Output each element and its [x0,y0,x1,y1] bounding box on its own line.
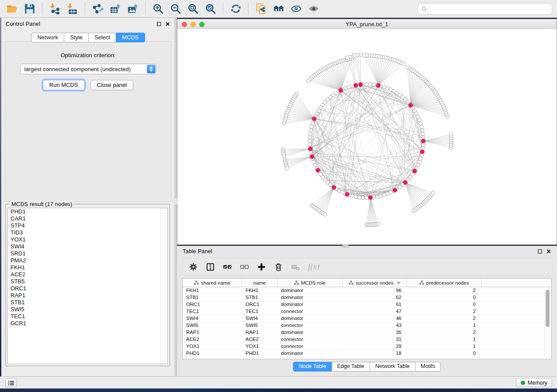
cell-name: SWI4 [242,315,277,322]
table-row[interactable]: SWI5SWI5connector431 [183,322,551,329]
cell-MCDS-role: connector [277,343,343,350]
hierarchy-icon [194,280,199,285]
mcds-result-item[interactable]: PMA2 [8,257,167,264]
task-history-button[interactable] [5,378,17,387]
mcds-result-item[interactable]: CAR1 [8,215,167,222]
cell-successor-nodes: 18 [343,350,407,357]
table-row[interactable]: ORC1ORC1dominator610 [183,301,551,308]
mcds-result-item[interactable]: YOX1 [8,236,167,243]
column-header-predecessor-nodes[interactable]: predecessor nodes [407,279,481,287]
table-scrollbar-thumb[interactable] [546,290,550,327]
mcds-result-item[interactable]: TID3 [8,229,167,236]
columns-icon[interactable] [206,262,215,272]
cell-shared-name: TEC1 [183,308,242,315]
network-graph[interactable] [177,29,557,244]
tab-network[interactable]: Network [31,33,64,42]
column-label: name [253,280,266,285]
column-label: MCDS role [301,280,325,285]
save-icon[interactable] [22,2,38,16]
cell-predecessor-nodes: 1 [407,343,481,350]
import-table-icon[interactable] [65,2,80,16]
zoom-selected-icon[interactable] [203,2,218,16]
control-panel: Control Panel NetworkStyleSelectMCDS Opt… [1,18,175,376]
tab-motifs[interactable]: Motifs [415,362,441,371]
close-panel-button[interactable]: Close panel [90,80,134,90]
mcds-result-item[interactable]: FKH1 [8,264,167,271]
column-header-shared-name[interactable]: shared name [183,279,242,287]
table-row[interactable]: SWI4SWI4dominator462 [183,315,551,322]
search-input[interactable] [430,5,548,13]
toolbar-separator [42,3,43,15]
memory-button[interactable]: Memory [516,378,552,387]
export-table-icon[interactable] [107,2,123,16]
horizontal-splitter-handle[interactable] [343,244,349,248]
export-network-icon[interactable] [90,2,106,16]
mcds-list-scrollbar[interactable] [160,208,167,364]
mcds-result-item[interactable]: TEC1 [8,313,167,320]
tab-node-table[interactable]: Node Table [293,362,332,371]
mcds-result-item[interactable]: SRD1 [8,250,167,257]
run-mcds-button[interactable]: Run MCDS [43,80,85,90]
cell-successor-nodes: 46 [343,315,407,322]
refresh-icon[interactable] [228,2,244,16]
close-table-panel-icon[interactable] [546,249,551,254]
cell-shared-name: STB1 [183,294,242,301]
table-panel-title: Table Panel [183,248,212,254]
cell-shared-name: RAP1 [183,329,242,336]
table-scrollbar[interactable] [544,288,551,358]
mcds-result-item[interactable]: SWI5 [8,306,167,313]
cell-successor-nodes: 47 [343,308,407,315]
table-row[interactable]: YOX1YOX1connector291 [183,343,551,350]
show-all-icon[interactable] [306,2,322,16]
float-panel-icon[interactable] [156,21,162,27]
column-header-MCDS-role[interactable]: MCDS role [277,279,343,287]
cell-MCDS-role: dominator [277,350,343,357]
table-row[interactable]: RAP1RAP1dominator352 [183,329,551,336]
tab-select[interactable]: Select [88,33,116,42]
criterion-dropdown[interactable]: largest connected component (undirected) [20,64,156,74]
tab-style[interactable]: Style [64,33,89,42]
cell-name: ORC1 [242,301,277,308]
open-folder-icon[interactable] [4,2,20,16]
mcds-result-item[interactable]: ORC1 [8,285,167,292]
mcds-result-item[interactable]: STB1 [8,299,167,306]
table-row[interactable]: FKH1FKH1dominator962 [183,287,551,294]
table-panel: Table Panel f(x) shared namenameMCDS rol… [177,246,557,376]
mcds-result-item[interactable]: RAP1 [8,292,167,299]
zoom-out-icon[interactable] [168,2,183,16]
float-table-panel-icon[interactable] [537,249,543,254]
mcds-result-item[interactable]: GCR1 [8,320,167,327]
close-panel-icon[interactable] [165,21,170,27]
tab-mcds[interactable]: MCDS [116,33,145,42]
export-image-icon[interactable] [125,2,141,16]
gear-icon[interactable] [189,262,198,272]
mcds-result-group: MCDS result (17 nodes) PHD1CAR1STP4TID3Y… [5,204,170,366]
mcds-result-item[interactable]: SWI4 [8,243,167,250]
tab-network-table[interactable]: Network Table [370,362,415,371]
import-network-icon[interactable] [47,2,63,16]
hide-selected-icon[interactable] [288,2,304,16]
zoom-in-icon[interactable] [150,2,166,16]
network-canvas[interactable] [177,29,557,244]
select-all-icon[interactable] [223,262,232,272]
table-row[interactable]: STB1STB1dominator620 [183,294,551,301]
mcds-result-item[interactable]: STP4 [8,222,167,229]
mcds-panel: Optimization criterion: largest connecte… [5,41,171,202]
network-view-window: YPA_prune.txt_1 [177,19,557,245]
first-neighbors-icon[interactable] [271,2,287,16]
delete-icon[interactable] [274,262,283,272]
mcds-result-item[interactable]: ACE2 [8,271,167,278]
mcds-result-item[interactable]: PHD1 [8,208,167,215]
column-header-name[interactable]: name [242,279,277,287]
table-row[interactable]: TEC1TEC1connector472 [183,308,551,315]
share-document-icon[interactable] [253,2,269,16]
tab-edge-table[interactable]: Edge Table [332,362,370,371]
mcds-result-item[interactable]: STB5 [8,278,167,285]
column-header-successor-nodes[interactable]: successor nodes [343,279,407,287]
network-window-titlebar[interactable]: YPA_prune.txt_1 [177,19,557,30]
table-row[interactable]: ACE2ACE2connector311 [183,336,551,343]
add-icon[interactable] [257,262,266,272]
table-row[interactable]: PHD1PHD1dominator180 [183,350,551,357]
zoom-fit-icon[interactable] [185,2,201,16]
deselect-all-icon[interactable] [240,262,249,272]
